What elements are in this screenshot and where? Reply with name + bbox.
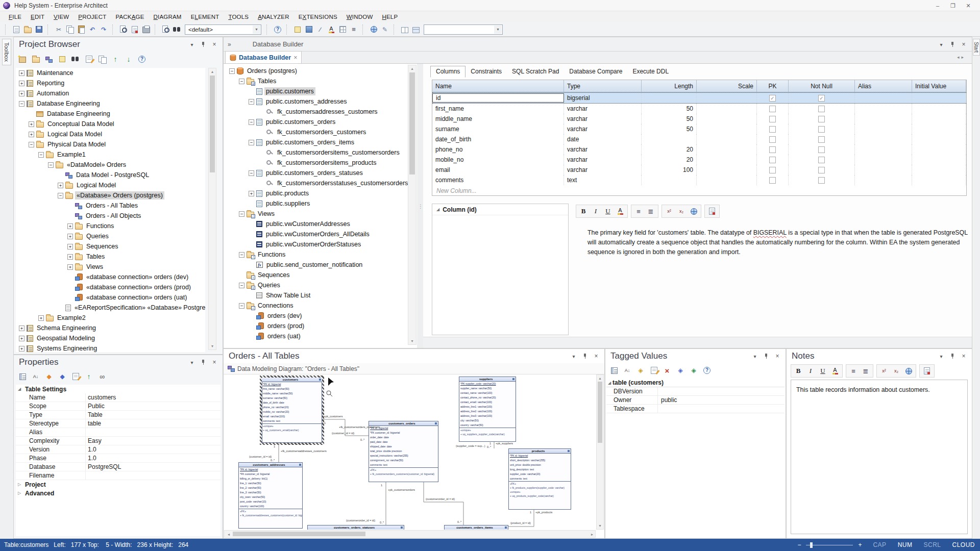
- db-tree-scrollbar[interactable]: ▴ ▾: [408, 65, 416, 345]
- tree-item[interactable]: orders (uat): [226, 331, 408, 341]
- menu-diagram[interactable]: DIAGRAM: [149, 14, 186, 20]
- property-value[interactable]: 1.0: [85, 454, 220, 462]
- tree-item[interactable]: fk_customersordersitems_products: [226, 158, 408, 168]
- tree-item[interactable]: +Maintenance: [16, 68, 205, 78]
- property-row[interactable]: ScopePublic: [16, 402, 220, 411]
- pk-checkbox[interactable]: [769, 116, 776, 122]
- tree-item[interactable]: Show Table List: [226, 290, 408, 300]
- not-null-checkbox[interactable]: [818, 126, 825, 133]
- expander-icon[interactable]: −: [249, 119, 254, 125]
- tree-item[interactable]: public.vwCustomerOrderStatuses: [226, 239, 408, 249]
- tree-item[interactable]: −public.customers_orders_statuses: [226, 168, 408, 178]
- property-row[interactable]: Namecustomers: [16, 393, 220, 402]
- numbered-list-icon[interactable]: [645, 206, 656, 217]
- pk-checkbox[interactable]: [769, 106, 776, 112]
- expander-icon[interactable]: −: [48, 162, 54, 168]
- expander-icon[interactable]: +: [29, 121, 34, 127]
- pin-icon[interactable]: [199, 41, 207, 48]
- property-value[interactable]: table: [85, 419, 220, 428]
- property-row[interactable]: Version1.0: [16, 445, 220, 454]
- cut-icon[interactable]: [53, 24, 64, 35]
- expander-icon[interactable]: −: [239, 303, 244, 309]
- expander-icon[interactable]: −: [239, 211, 244, 217]
- not-null-checkbox[interactable]: ✓: [818, 95, 825, 102]
- expander-icon[interactable]: +: [19, 336, 24, 341]
- expander-icon[interactable]: +: [67, 264, 73, 270]
- tree-item[interactable]: +Example2: [16, 313, 205, 323]
- property-group-row[interactable]: ▷Advanced: [16, 489, 220, 497]
- pen-icon[interactable]: [379, 24, 390, 35]
- maximize-button[interactable]: ❐: [945, 0, 961, 11]
- new-element-icon[interactable]: [292, 24, 303, 35]
- underline-icon[interactable]: [602, 206, 614, 217]
- property-value[interactable]: Easy: [85, 437, 220, 445]
- expander-icon[interactable]: +: [19, 325, 24, 331]
- tab-columns[interactable]: Columns: [430, 66, 465, 78]
- column-header[interactable]: Not Null: [789, 80, 855, 92]
- bold-icon[interactable]: [793, 365, 804, 377]
- new-document-icon[interactable]: [129, 24, 140, 35]
- search-combobox[interactable]: ▾: [424, 24, 503, 35]
- sort-icon[interactable]: [622, 365, 633, 376]
- tree-item[interactable]: «database connection» orders (uat): [16, 292, 205, 303]
- numbered-list-icon[interactable]: [860, 365, 871, 377]
- new-tag-icon[interactable]: [635, 365, 646, 376]
- panel-menu-icon[interactable]: [188, 359, 196, 366]
- not-null-checkbox[interactable]: [818, 116, 825, 122]
- subscript-icon[interactable]: [891, 365, 902, 377]
- tree-item[interactable]: −public.customers_orders_items: [226, 137, 408, 147]
- bullet-list-icon[interactable]: [633, 206, 644, 217]
- expander-icon[interactable]: +: [67, 223, 73, 229]
- expander-icon[interactable]: +: [67, 244, 73, 249]
- tagged-icon[interactable]: [57, 371, 68, 382]
- redo-icon[interactable]: [98, 24, 109, 35]
- help-icon[interactable]: [272, 24, 283, 35]
- close-button[interactable]: ✕: [961, 0, 976, 11]
- pin-icon[interactable]: [948, 41, 957, 48]
- property-group-row[interactable]: ◢Table Settings: [16, 385, 220, 393]
- menu-help[interactable]: HELP: [377, 14, 402, 20]
- expander-icon[interactable]: +: [19, 70, 24, 76]
- required-icon[interactable]: [43, 371, 55, 382]
- column-header[interactable]: Type: [564, 80, 642, 92]
- print-icon[interactable]: [140, 24, 152, 35]
- italic-icon[interactable]: [805, 365, 816, 377]
- tree-item[interactable]: −Physical Data Model: [16, 139, 205, 149]
- tagged-value-row[interactable]: Tablespace: [606, 405, 785, 413]
- superscript-icon[interactable]: [878, 365, 890, 377]
- expander-icon[interactable]: −: [58, 193, 63, 198]
- raise-icon[interactable]: [83, 371, 94, 382]
- minimize-button[interactable]: –: [930, 0, 945, 11]
- not-null-checkbox[interactable]: [818, 167, 825, 173]
- property-value[interactable]: customers: [85, 393, 220, 402]
- property-group-row[interactable]: ▷Project: [16, 480, 220, 489]
- panel-close-icon[interactable]: [210, 359, 218, 366]
- menu-analyzer[interactable]: ANALYZER: [253, 14, 293, 20]
- panel-close-icon[interactable]: [773, 353, 781, 360]
- tree-item[interactable]: +Views: [16, 262, 205, 272]
- expander-icon[interactable]: +: [67, 234, 73, 239]
- tree-item[interactable]: +Sequences: [16, 241, 205, 252]
- move-down-icon[interactable]: [123, 54, 134, 65]
- pk-checkbox[interactable]: [769, 136, 776, 143]
- tree-item[interactable]: −Example1: [16, 149, 205, 160]
- expander-icon[interactable]: +: [67, 254, 73, 260]
- property-page-icon[interactable]: [70, 371, 81, 382]
- paste-icon[interactable]: [76, 24, 87, 35]
- menu-project[interactable]: PROJECT: [74, 14, 111, 20]
- style-combobox[interactable]: <default>▾: [185, 24, 261, 35]
- panel-menu-icon[interactable]: [937, 41, 945, 48]
- property-row[interactable]: Alias: [16, 428, 220, 437]
- font-color-icon[interactable]: [829, 365, 841, 377]
- expander-icon[interactable]: −: [229, 68, 235, 74]
- diagram-canvas[interactable]: customers*PK id: bigserialfirst_name: va…: [224, 374, 596, 530]
- bullet-list-icon[interactable]: [848, 365, 859, 377]
- zoom-slider-thumb[interactable]: [810, 542, 813, 548]
- property-value[interactable]: [85, 428, 220, 436]
- pk-checkbox[interactable]: [769, 177, 776, 184]
- expander-icon[interactable]: −: [239, 252, 244, 258]
- help-icon[interactable]: [136, 54, 148, 65]
- reading-icon[interactable]: [96, 371, 108, 382]
- tree-item[interactable]: fk_customersordersitems_customersorders: [226, 147, 408, 158]
- property-value[interactable]: 1.0: [85, 445, 220, 454]
